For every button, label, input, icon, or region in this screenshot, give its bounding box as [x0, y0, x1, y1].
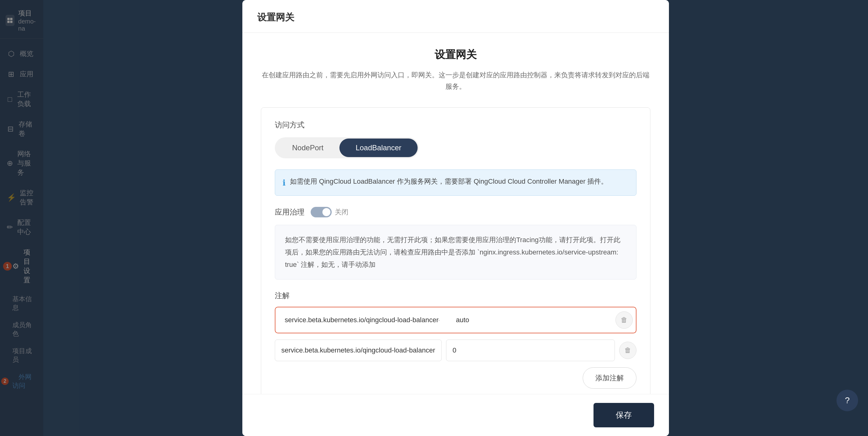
save-button[interactable]: 保存 — [593, 403, 654, 427]
governance-description: 如您不需要使用应用治理的功能，无需打开此项；如果您需要使用应用治理的Tracin… — [275, 225, 637, 280]
delete-annotation-2[interactable]: 🗑 — [619, 342, 637, 359]
dialog-title: 设置网关 — [257, 12, 294, 22]
dialog-box: 设置网关 设置网关 在创建应用路由之前，需要先启用外网访问入口，即网关。这一步是… — [242, 0, 669, 436]
dialog-footer: 保存 — [242, 394, 669, 436]
annotations-label: 注解 — [275, 291, 637, 301]
info-banner: ℹ 如需使用 QingCloud LoadBalancer 作为服务网关，需要部… — [275, 169, 637, 196]
nodeport-button[interactable]: NodePort — [276, 138, 339, 157]
toggle-track[interactable] — [311, 207, 332, 217]
info-banner-text: 如需使用 QingCloud LoadBalancer 作为服务网关，需要部署 … — [290, 176, 608, 187]
dialog-content: 设置网关 在创建应用路由之前，需要先启用外网访问入口，即网关。这一步是创建对应的… — [242, 33, 669, 420]
toggle-thumb — [322, 208, 331, 216]
annotation-row-1: 🗑 — [275, 307, 637, 333]
governance-label: 应用治理 — [275, 207, 305, 217]
delete-annotation-1[interactable]: 🗑 — [616, 311, 633, 329]
dialog-main-title: 设置网关 — [261, 48, 650, 62]
annotation-key-1[interactable] — [279, 309, 445, 331]
info-icon: ℹ — [282, 177, 286, 190]
dialog-title-bar: 设置网关 — [242, 0, 669, 33]
toggle-text: 关闭 — [335, 208, 348, 217]
toggle-switch[interactable]: 关闭 — [311, 207, 348, 217]
dialog: 设置网关 设置网关 在创建应用路由之前，需要先启用外网访问入口，即网关。这一步是… — [43, 0, 868, 436]
add-annotation-button[interactable]: 添加注解 — [583, 367, 637, 389]
annotation-key-2[interactable] — [275, 340, 442, 361]
dialog-description: 在创建应用路由之前，需要先启用外网访问入口，即网关。这一步是创建对应的应用路由控… — [261, 69, 650, 92]
annotation-value-2[interactable] — [446, 340, 615, 361]
floating-help-button[interactable]: ? — [836, 390, 858, 411]
access-method-group: NodePort LoadBalancer — [275, 137, 419, 158]
annotation-row-2: 🗑 — [275, 340, 637, 361]
loadbalancer-button[interactable]: LoadBalancer — [339, 138, 417, 157]
annotation-value-1[interactable] — [450, 309, 611, 331]
add-annotation-row: 添加注解 — [275, 367, 637, 389]
governance-row: 应用治理 关闭 — [275, 207, 637, 217]
form-card: 访问方式 NodePort LoadBalancer ℹ 如需使用 QingCl… — [261, 107, 650, 401]
access-method-label: 访问方式 — [275, 120, 637, 130]
